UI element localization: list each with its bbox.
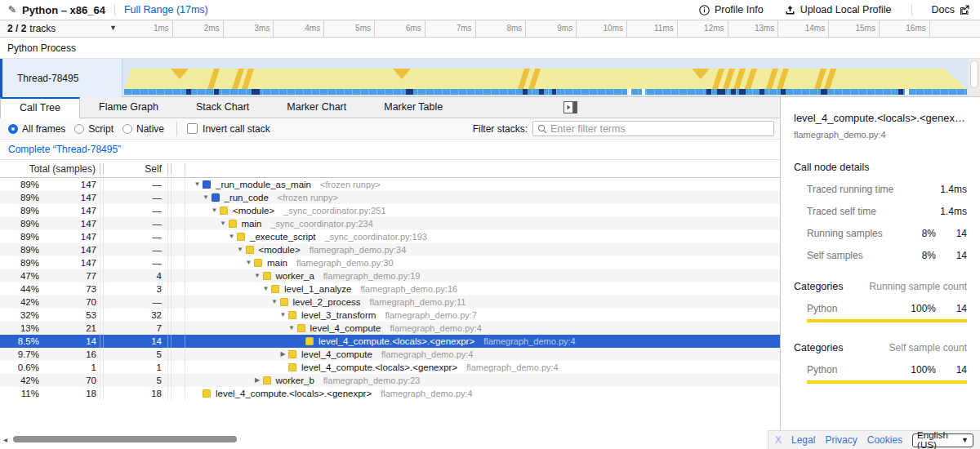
thread-track-visualization[interactable] xyxy=(122,59,969,97)
collapse-arrow-icon[interactable]: ▼ xyxy=(192,178,203,191)
radio-native[interactable]: Native xyxy=(122,123,164,135)
collapse-arrow-icon[interactable]: ▼ xyxy=(270,296,280,309)
horizontal-scrollbar-thumb[interactable] xyxy=(13,436,237,442)
divider xyxy=(176,122,177,136)
invert-call-stack-checkbox[interactable] xyxy=(187,123,198,134)
footer-link-x[interactable]: X xyxy=(775,434,782,446)
table-row[interactable]: 89%147—▼<module>flamegraph_demo.py:34 xyxy=(0,243,780,256)
tab-marker-table[interactable]: Marker Table xyxy=(365,97,461,118)
tracks-dropdown[interactable]: 2 / 2 tracks ▼ xyxy=(0,20,122,37)
collapse-arrow-icon[interactable]: ▼ xyxy=(278,309,288,322)
footer-link-cookies[interactable]: Cookies xyxy=(867,434,902,446)
thread-track-label[interactable]: Thread-78495 xyxy=(0,59,122,97)
radio-all-frames[interactable]: All frames xyxy=(8,123,65,135)
profile-info-button[interactable]: Profile Info xyxy=(688,4,774,16)
ruler-tick: 6ms xyxy=(375,20,425,37)
tracks-count: 2 / 2 xyxy=(7,23,26,34)
selected-node-location: flamegraph_demo.py:4 xyxy=(794,130,967,140)
track-marker-slash xyxy=(733,69,746,89)
horizontal-scrollbar[interactable]: ◂ xyxy=(0,430,768,449)
collapse-arrow-icon[interactable]: ▼ xyxy=(201,191,212,204)
detail-value: 14 xyxy=(936,250,967,261)
table-row[interactable]: 42%705▶worker_bflamegraph_demo.py:23 xyxy=(0,374,780,387)
scroll-left-arrow-icon[interactable]: ◂ xyxy=(3,435,7,444)
vertical-scrollbar-thumb[interactable] xyxy=(970,60,978,88)
ruler-tick: 10ms xyxy=(577,20,627,37)
tab-call-tree[interactable]: Call Tree xyxy=(0,97,80,119)
tab-stack-chart[interactable]: Stack Chart xyxy=(177,97,268,118)
table-row[interactable]: 44%733▼level_1_analyzeflamegraph_demo.py… xyxy=(0,282,780,296)
table-row[interactable]: 89%147—▼<module>_sync_coordinator.py:251 xyxy=(0,204,780,217)
table-row[interactable]: 47%774▼worker_aflamegraph_demo.py:19 xyxy=(0,269,780,282)
table-row[interactable]: 42%70—▼level_2_processflamegraph_demo.py… xyxy=(0,296,780,309)
profiler-app: ✎ Python – x86_64 Full Range (17ms) Prof… xyxy=(0,0,980,449)
tab-marker-chart[interactable]: Marker Chart xyxy=(268,97,365,118)
breadcrumb[interactable]: Complete “Thread-78495” xyxy=(8,144,121,155)
category-square-yellow xyxy=(288,350,296,358)
total-samples-cell: 147 xyxy=(42,256,100,269)
track-marker-slash xyxy=(824,69,836,89)
profile-name[interactable]: Python – x86_64 xyxy=(22,4,105,16)
language-select[interactable]: English (US) ▼ xyxy=(912,433,973,447)
radio-button[interactable] xyxy=(122,124,132,134)
collapse-arrow-icon[interactable]: ▼ xyxy=(226,230,237,243)
track-marker-slash xyxy=(528,69,541,89)
sidebar-detail-row: Running samples8%14 xyxy=(794,228,967,239)
total-percent-cell: 9.7% xyxy=(0,348,42,361)
collapse-arrow-icon[interactable]: ▼ xyxy=(209,204,220,217)
radio-button[interactable] xyxy=(74,124,84,134)
ruler-tick: 3ms xyxy=(224,20,274,37)
radio-label: Native xyxy=(136,123,164,135)
collapse-arrow-icon[interactable]: ▼ xyxy=(243,256,254,269)
expand-arrow-icon[interactable]: ▶ xyxy=(278,348,288,361)
collapse-arrow-icon[interactable]: ▼ xyxy=(252,269,263,282)
table-row[interactable]: 9.7%165▶level_4_computeflamegraph_demo.p… xyxy=(0,348,780,361)
table-row[interactable]: 89%147—▼main_sync_coordinator.py:234 xyxy=(0,217,780,230)
table-row[interactable]: 8.5%1414level_4_compute.<locals>.<genexp… xyxy=(0,335,780,348)
column-header-total[interactable]: Total (samples) xyxy=(0,163,100,175)
collapse-arrow-icon[interactable]: ▼ xyxy=(235,243,246,256)
function-name: level_4_compute xyxy=(310,322,381,335)
table-row[interactable]: 89%147—▼_run_module_as_main<frozen runpy… xyxy=(0,178,780,191)
sidebar-toggle-icon[interactable] xyxy=(564,101,577,113)
filter-stacks-input[interactable] xyxy=(550,123,769,135)
table-row[interactable]: 89%147—▼_execute_script_sync_coordinator… xyxy=(0,230,780,243)
self-samples-cell: 18 xyxy=(104,387,167,400)
total-percent-cell: 0.6% xyxy=(0,361,42,374)
call-tree-rows: 89%147—▼_run_module_as_main<frozen runpy… xyxy=(0,178,780,400)
column-spacer xyxy=(172,309,185,322)
table-row[interactable]: 11%1818level_4_compute.<locals>.<genexpr… xyxy=(0,387,780,400)
self-samples-cell: — xyxy=(104,191,167,204)
collapse-arrow-icon[interactable]: ▼ xyxy=(287,322,297,335)
tab-flame-graph[interactable]: Flame Graph xyxy=(80,97,177,118)
edit-pencil-icon[interactable]: ✎ xyxy=(8,4,16,16)
panel-tab-bar: Call TreeFlame GraphStack ChartMarker Ch… xyxy=(0,97,780,118)
function-location: flamegraph_demo.py:4 xyxy=(466,361,559,374)
upload-profile-button[interactable]: Upload Local Profile xyxy=(774,4,902,16)
process-track-row[interactable]: Python Process xyxy=(0,38,980,59)
call-tree-header: Total (samples) Self xyxy=(0,160,780,178)
table-row[interactable]: 89%147—▼mainflamegraph_demo.py:30 xyxy=(0,256,780,269)
table-row[interactable]: 89%147—▼_run_code<frozen runpy> xyxy=(0,191,780,204)
table-row[interactable]: 0.6%11level_4_compute.<locals>.<genexpr>… xyxy=(0,361,780,374)
function-name: level_4_compute.<locals>.<genexpr> xyxy=(318,335,474,348)
full-range-link[interactable]: Full Range (17ms) xyxy=(124,4,208,16)
radio-button[interactable] xyxy=(8,124,18,134)
cpu-segment xyxy=(539,89,544,95)
sample-gap xyxy=(642,89,645,95)
docs-button[interactable]: Docs xyxy=(921,4,980,16)
table-row[interactable]: 32%5332▼level_3_transformflamegraph_demo… xyxy=(0,309,780,322)
collapse-arrow-icon[interactable]: ▼ xyxy=(261,282,271,296)
table-row[interactable]: 13%217▼level_4_computeflamegraph_demo.py… xyxy=(0,322,780,335)
expand-arrow-icon[interactable]: ▶ xyxy=(252,374,263,387)
vertical-scrollbar[interactable] xyxy=(969,59,980,96)
chevron-down-icon[interactable]: ▼ xyxy=(109,24,117,32)
column-header-self[interactable]: Self xyxy=(104,163,167,175)
divider xyxy=(911,4,912,16)
column-spacer xyxy=(172,322,185,335)
ruler-tick: 2ms xyxy=(173,20,224,37)
footer-link-legal[interactable]: Legal xyxy=(791,434,815,446)
radio-script[interactable]: Script xyxy=(74,123,114,135)
footer-link-privacy[interactable]: Privacy xyxy=(825,434,857,446)
collapse-arrow-icon[interactable]: ▼ xyxy=(218,217,229,230)
